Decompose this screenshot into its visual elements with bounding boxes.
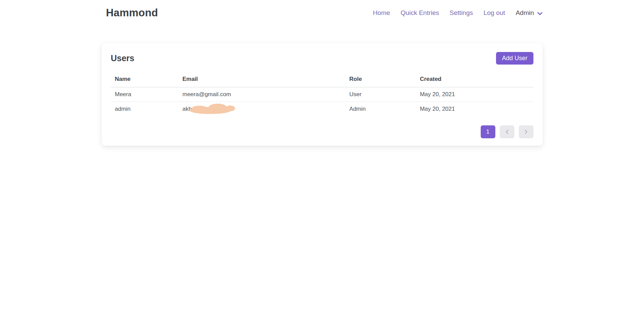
cell-created: May 20, 2021 [416, 102, 533, 117]
nav-item-logout[interactable]: Log out [483, 9, 505, 17]
table-header-row: Name Email Role Created [111, 73, 533, 87]
user-menu-label: Admin [516, 9, 534, 17]
chevron-right-icon [524, 129, 528, 134]
redaction-scribble [189, 103, 235, 116]
cell-email: meera@gmail.com [178, 87, 345, 102]
main-nav: Home Quick Entries Settings Log out Admi… [373, 9, 543, 17]
column-header-role: Role [345, 73, 416, 87]
cell-email: akh [178, 102, 345, 117]
nav-item-settings[interactable]: Settings [450, 9, 473, 17]
add-user-button[interactable]: Add User [496, 52, 533, 65]
column-header-email: Email [178, 73, 345, 87]
nav-item-home[interactable]: Home [373, 9, 390, 17]
users-card: Users Add User Name Email Role Created [102, 43, 543, 146]
pagination: 1 [111, 125, 533, 140]
users-card-header: Users Add User [111, 52, 533, 65]
table-row: Meera meera@gmail.com User May 20, 2021 [111, 87, 533, 102]
page-title: Users [111, 53, 135, 63]
cell-name: admin [111, 102, 179, 117]
chevron-left-icon [505, 129, 509, 134]
cell-role: User [345, 87, 416, 102]
nav-item-quick-entries[interactable]: Quick Entries [401, 9, 439, 17]
brand-logo[interactable]: Hammond [102, 7, 158, 19]
user-menu-dropdown[interactable]: Admin [516, 9, 543, 17]
redacted-email-text: akh [182, 106, 192, 112]
cell-created: May 20, 2021 [416, 87, 533, 102]
next-page-button[interactable] [519, 125, 533, 138]
users-table: Name Email Role Created Meera meera@gmai… [111, 73, 533, 116]
chevron-down-icon [537, 12, 543, 15]
column-header-created: Created [416, 73, 533, 87]
prev-page-button[interactable] [500, 125, 514, 138]
column-header-name: Name [111, 73, 179, 87]
main-content: Users Add User Name Email Role Created [0, 43, 644, 146]
cell-role: Admin [345, 102, 416, 117]
page-1-button[interactable]: 1 [481, 125, 495, 138]
cell-name: Meera [111, 87, 179, 102]
table-row: admin akh [111, 102, 533, 117]
app-header: Hammond Home Quick Entries Settings Log … [0, 0, 644, 27]
